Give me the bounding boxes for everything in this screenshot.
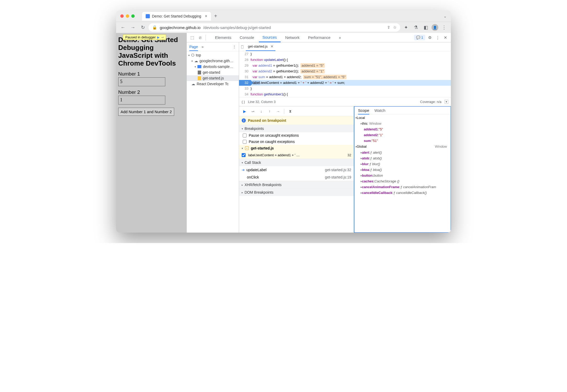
devtools: ⬚ ⎚ Elements Console Sources Network Per… [187,33,451,233]
tab-watch[interactable]: Watch [375,108,385,113]
scope-global-prop[interactable]: ▸caches: CacheStorage {} [355,178,450,184]
address-bar: ← → ↻ 🔒 googlechrome.github.io/devtools-… [116,22,451,33]
browser-window: Demo: Get Started Debugging × + ⌄ ← → ↻ … [116,10,451,233]
coverage-dropdown-icon[interactable]: ▾ [445,100,448,104]
bp-file[interactable]: ▾•get-started.js [239,145,354,152]
resume-icon[interactable]: ▶ [241,108,248,115]
scope-global-prop[interactable]: ▸atob: ƒ atob() [355,155,450,161]
maximize-icon[interactable] [131,14,135,18]
bookmark-icon[interactable]: ☆ [393,25,396,30]
cursor-pos: Line 32, Column 3 [248,100,276,104]
debug-pane: ▶ ⤻ ↓ ↑ → ⧗ iPaused on breakpoint ▾Break… [239,106,451,233]
close-file-icon[interactable]: × [271,44,273,49]
issues-badge[interactable]: 💬 1 [414,35,425,40]
chk-uncaught[interactable]: Pause on uncaught exceptions [239,132,354,139]
scope-global-prop[interactable]: ▸button: button [355,173,450,178]
pages-tab-page[interactable]: Page [189,45,198,51]
debug-controls: ▶ ⤻ ↓ ↑ → ⧗ [239,106,354,116]
tab-title: Demo: Get Started Debugging [152,14,201,18]
devtools-tabs: ⬚ ⎚ Elements Console Sources Network Per… [187,33,451,42]
cs-frame-current[interactable]: ➔updateLabelget-started.js:32 [239,166,354,174]
labs-icon[interactable]: ⚗ [412,23,420,32]
tabs-dropdown-icon[interactable]: ⌄ [444,14,447,18]
section-callstack[interactable]: ▾Call Stack [239,159,354,166]
scope-global-prop[interactable]: ▸blur: ƒ blur() [355,161,450,167]
tab-performance[interactable]: Performance [304,33,334,42]
back-icon[interactable]: ← [119,23,127,32]
browser-tab[interactable]: Demo: Get Started Debugging × [142,12,211,21]
tree-top[interactable]: ▾⎔ top [187,52,239,58]
step-into-icon[interactable]: ↓ [258,108,265,115]
editor-pane: ⎕ get-started.js× 27} 28function updateL… [239,42,451,233]
section-dom[interactable]: ▸DOM Breakpoints [239,189,354,196]
chk-caught[interactable]: Pause on caught exceptions [239,139,354,145]
step-over-icon[interactable]: ⤻ [250,108,256,115]
minimize-icon[interactable] [126,14,129,18]
tab-network[interactable]: Network [282,33,303,42]
close-icon[interactable] [120,14,124,18]
scope-global[interactable]: ▾GlobalWindow [355,144,450,150]
pages-kebab-icon[interactable]: ⋮ [233,45,236,49]
coverage-label: Coverage: n/a [420,100,441,104]
forward-icon[interactable]: → [129,23,137,32]
tree-react[interactable]: ☁ React Developer Tc [187,81,239,87]
pages-tab-more[interactable]: » [202,45,204,49]
toggle-nav-icon[interactable]: ⎕ [241,45,243,49]
profile-icon[interactable]: 👤 [432,24,438,31]
share-icon[interactable]: ⇪ [387,25,390,30]
label-number2: Number 2 [118,89,185,95]
tree-site[interactable]: ▾☁ googlechrome.gith… [187,58,239,64]
gear-icon[interactable]: ⚙ [426,34,433,41]
scope-global-prop[interactable]: ▸cancelAnimationFrame: ƒ cancelAnimation… [355,184,450,190]
label-number1: Number 1 [118,71,185,77]
pretty-print-icon[interactable]: { } [242,100,245,104]
paused-overlay: Paused in debugger ▶ ⤻ [123,34,166,40]
code-view[interactable]: 27} 28function updateLabel() { 29 var ad… [239,51,451,97]
url-path: /devtools-samples/debug-js/get-started [203,25,271,30]
tree-folder[interactable]: ▾ devtools-sample… [187,64,239,70]
editor-footer: { } Line 32, Column 3 Coverage: n/a ▾ [239,97,451,106]
close-tab-icon[interactable]: × [205,14,207,19]
menu-icon[interactable]: ⋮ [440,23,448,32]
section-xhr[interactable]: ▸XHR/fetch Breakpoints [239,181,354,188]
rendered-page: Paused in debugger ▶ ⤻ Demo: Get Started… [116,33,187,233]
kebab-icon[interactable]: ⋮ [434,34,441,41]
scope-global-prop[interactable]: ▸cancelIdleCallback: ƒ cancelIdleCallbac… [355,190,450,196]
input-number2[interactable] [118,96,165,105]
page-title: Demo: Get Started Debugging JavaScript w… [118,36,185,67]
reload-icon[interactable]: ↻ [139,23,147,32]
step-over-icon[interactable]: ⤻ [161,36,164,39]
tabs-more[interactable]: » [335,33,345,42]
add-button[interactable]: Add Number 1 and Number 2 [118,108,174,116]
tree-file-html[interactable]: get-started [187,70,239,75]
url-host: googlechrome.github.io [160,25,201,30]
resume-icon[interactable]: ▶ [157,36,160,39]
sidepanel-icon[interactable]: ◧ [422,23,430,32]
extensions-icon[interactable]: ✦ [402,23,410,32]
scope-local[interactable]: ▾Local [355,115,450,121]
bp-line[interactable]: label.textContent = addend1 + ' …32 [239,152,354,159]
inspect-icon[interactable]: ⬚ [189,34,196,41]
favicon-icon [146,14,150,18]
tab-strip: Demo: Get Started Debugging × + [142,12,217,21]
section-breakpoints[interactable]: ▾Breakpoints [239,125,354,132]
scope-global-prop[interactable]: ▸alert: ƒ alert() [355,150,450,155]
tab-scope[interactable]: Scope [358,108,369,114]
paused-label: Paused in debugger [125,35,156,39]
tab-sources[interactable]: Sources [259,33,281,42]
device-icon[interactable]: ⎚ [197,34,203,41]
step-icon[interactable]: → [275,108,281,115]
editor-tab[interactable]: get-started.js× [246,43,275,51]
input-number1[interactable] [118,77,165,86]
step-out-icon[interactable]: ↑ [266,108,273,115]
tab-elements[interactable]: Elements [211,33,235,42]
new-tab-icon[interactable]: + [214,13,217,19]
scope-pane: Scope Watch ▾Local ▸this: Window addend1… [354,106,451,233]
deactivate-bp-icon[interactable]: ⧗ [287,108,294,115]
omnibox[interactable]: 🔒 googlechrome.github.io/devtools-sample… [149,23,400,32]
cs-frame[interactable]: onClickget-started.js:19 [239,174,354,181]
scope-global-prop[interactable]: ▸btoa: ƒ btoa() [355,167,450,173]
tab-console[interactable]: Console [236,33,258,42]
close-devtools-icon[interactable]: ✕ [442,34,449,41]
tree-file-js[interactable]: get-started.js [187,75,239,81]
